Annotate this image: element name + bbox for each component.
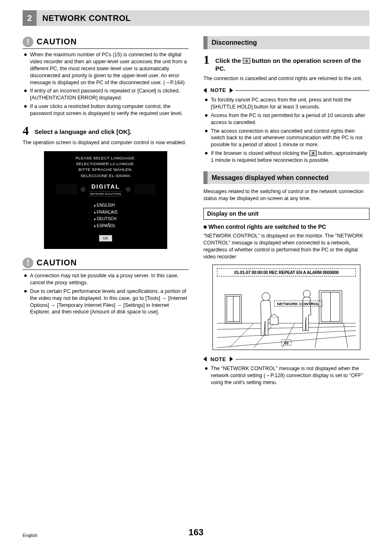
messages-heading: Messages displayed when connected xyxy=(203,171,369,184)
caution-list-1: When the maximum number of PCs (15) is c… xyxy=(23,51,189,117)
list-item: Due to certain PC performance levels and… xyxy=(23,288,189,316)
note-heading-1: NOTE xyxy=(203,87,369,94)
language-prompt-text: PLEASE SELECT LANGUAGE.SELECTIONNER LA L… xyxy=(44,155,167,179)
digital-logo: DIGITAL NETWORK SOLUTIONS xyxy=(89,183,122,196)
monitor-figure: 01-01-07 00:00:00 REC REPEAT EN A ALARM … xyxy=(212,265,360,350)
footer-language: English xyxy=(23,532,37,539)
disconnect-icon xyxy=(309,150,317,156)
step-4-body: The operation screen is displayed and co… xyxy=(23,139,189,146)
svg-point-17 xyxy=(303,290,311,297)
list-item: If the browser is closed without clickin… xyxy=(203,150,369,164)
step-1-body: The connection is cancelled and control … xyxy=(203,75,369,82)
note-list-2: The "NETWORK CONTROL" message is not dis… xyxy=(203,365,369,386)
osd-center-label: NETWORK CONTROL xyxy=(277,302,319,306)
messages-intro: Messages related to the switching of con… xyxy=(203,188,369,202)
step-1-number: 1 xyxy=(203,53,210,66)
panel-grille-right xyxy=(134,184,155,195)
language-option[interactable]: ENGLISH xyxy=(94,203,118,208)
svg-point-15 xyxy=(262,292,270,301)
caution-heading: ! CAUTION xyxy=(23,36,189,49)
note-arrow-right-icon xyxy=(230,357,233,362)
step-4-title: Select a language and click [OK]. xyxy=(35,128,131,136)
step-1: 1 Click the button on the operation scre… xyxy=(203,53,369,73)
panel-grille-left xyxy=(56,184,77,195)
page-footer: English 163 xyxy=(23,532,369,539)
switched-heading: When control rights are switched to the … xyxy=(203,223,369,231)
language-dialog-figure: PLEASE SELECT LANGUAGE.SELECTIONNER LA L… xyxy=(44,151,167,249)
language-option[interactable]: DEUTSCH xyxy=(94,216,118,222)
note-heading-2: NOTE xyxy=(203,356,369,363)
svg-line-2 xyxy=(217,330,356,337)
right-column: Disconnecting 1 Click the button on the … xyxy=(203,36,369,394)
ok-button[interactable]: OK xyxy=(99,235,112,242)
screw-icon xyxy=(81,187,85,191)
language-options: ENGLISHFRANÇAISDEUTSCHESPAÑOL xyxy=(94,201,118,230)
svg-line-1 xyxy=(217,326,356,329)
svg-line-8 xyxy=(344,323,348,348)
osd-top-line: 01-01-07 00:00:00 REC REPEAT EN A ALARM … xyxy=(217,268,356,276)
caution-label: CAUTION xyxy=(37,257,77,268)
disconnecting-heading: Disconnecting xyxy=(203,36,369,49)
monitor-scene: NETWORK CONTROL 02 xyxy=(217,278,356,348)
language-option[interactable]: FRANÇAIS xyxy=(94,210,118,215)
list-item: The "NETWORK CONTROL" message is not dis… xyxy=(203,365,369,386)
list-item: The access connection is also cancelled … xyxy=(203,128,369,149)
list-item: A connection may not be possible via a p… xyxy=(23,272,189,286)
svg-line-7 xyxy=(315,323,319,348)
list-item: When the maximum number of PCs (15) is c… xyxy=(23,51,189,86)
step-1-title: Click the button on the operation screen… xyxy=(215,57,369,73)
list-item: If a user clicks a restricted button dur… xyxy=(23,103,189,117)
switched-body: "NETWORK CONTROL" is displayed on the mo… xyxy=(203,233,369,260)
screw-icon xyxy=(126,187,130,191)
chapter-header: 2 NETWORK CONTROL xyxy=(23,10,369,26)
disconnect-icon xyxy=(243,58,250,64)
chapter-title: NETWORK CONTROL xyxy=(42,13,131,24)
list-item: Access from the PC is not permitted for … xyxy=(203,112,369,126)
svg-rect-16 xyxy=(270,317,278,325)
note-arrow-right-icon xyxy=(230,88,233,93)
osd-cam-label: 02 xyxy=(284,340,289,345)
note-arrow-left-icon xyxy=(203,88,207,93)
svg-line-4 xyxy=(229,323,254,348)
chapter-number: 2 xyxy=(23,10,37,26)
list-item: If entry of an incorrect password is rep… xyxy=(23,88,189,101)
note-list-1: To forcibly cancel PC access from the un… xyxy=(203,97,369,164)
display-subheading: Display on the unit xyxy=(203,208,369,220)
list-item: To forcibly cancel PC access from the un… xyxy=(203,97,369,111)
note-arrow-left-icon xyxy=(203,357,207,362)
caution-icon: ! xyxy=(23,258,33,268)
caution-label: CAUTION xyxy=(37,36,77,47)
language-option[interactable]: ESPAÑOL xyxy=(94,223,118,229)
step-4-number: 4 xyxy=(23,124,29,137)
caution-heading-2: ! CAUTION xyxy=(23,257,189,270)
step-4: 4 Select a language and click [OK]. xyxy=(23,124,189,137)
page-number: 163 xyxy=(189,526,204,539)
caution-list-2: A connection may not be possible via a p… xyxy=(23,272,189,315)
left-column: ! CAUTION When the maximum number of PCs… xyxy=(23,36,189,394)
caution-icon: ! xyxy=(23,37,33,47)
